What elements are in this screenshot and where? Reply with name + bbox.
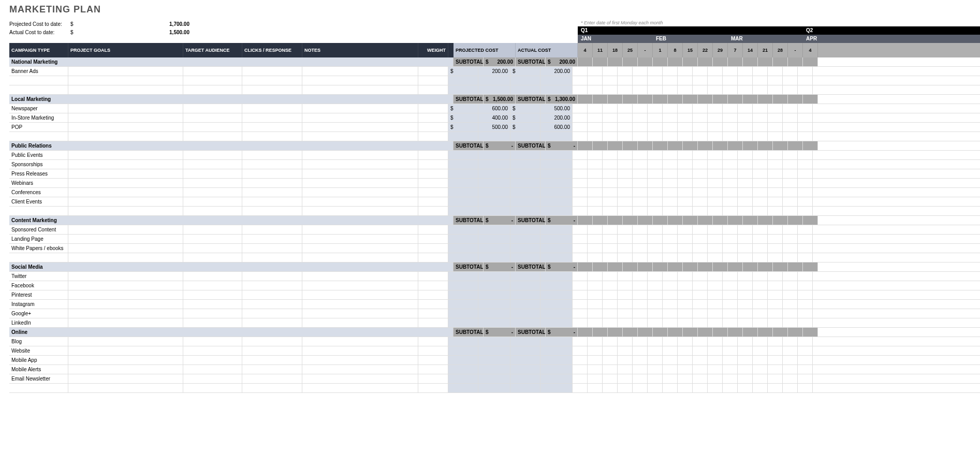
date-cell[interactable] [653,216,668,225]
weight-cell[interactable] [418,235,448,243]
date-cell[interactable] [578,328,593,337]
projected-cost-value-cell[interactable] [478,253,510,262]
date-cell[interactable] [743,328,758,337]
actual-cost-curr-cell[interactable] [510,197,540,206]
project-goals-cell[interactable] [68,337,183,346]
date-cell[interactable] [693,67,708,76]
notes-cell[interactable] [302,188,418,197]
projected-cost-value-cell[interactable] [478,179,510,187]
date-cell[interactable] [668,262,683,271]
date-cell[interactable] [588,67,603,76]
date-cell[interactable] [633,188,648,197]
date-cell[interactable] [723,76,738,85]
date-cell[interactable] [648,281,663,290]
campaign-name-cell[interactable] [9,85,68,94]
date-cell[interactable] [758,141,773,150]
projected-cost-value-cell[interactable] [478,281,510,290]
date-cell[interactable] [693,318,708,327]
clicks-response-cell[interactable] [242,300,302,309]
date-cell[interactable] [783,169,798,178]
date-cell[interactable] [788,141,803,150]
date-cell[interactable] [768,309,783,318]
date-cell[interactable] [753,384,768,392]
date-cell[interactable] [618,272,633,281]
date-cell[interactable] [678,318,693,327]
target-audience-cell[interactable] [183,123,242,132]
date-cell[interactable] [588,244,603,253]
date-cell[interactable] [663,318,678,327]
date-cell[interactable] [738,384,753,392]
actual-cost-value-cell[interactable] [540,132,573,141]
date-cell[interactable] [588,374,603,383]
date-cell[interactable] [603,160,618,169]
project-goals-cell[interactable] [68,132,183,141]
date-cell[interactable] [798,225,813,234]
weight-cell[interactable] [418,197,448,206]
clicks-response-cell[interactable] [242,160,302,169]
date-cell[interactable] [633,67,648,76]
date-cell[interactable] [663,188,678,197]
notes-cell[interactable] [302,374,418,383]
target-audience-cell[interactable] [183,179,242,187]
date-cell[interactable] [573,207,588,215]
actual-cost-value-cell[interactable] [540,318,573,327]
date-cell[interactable] [633,309,648,318]
actual-cost-value-cell[interactable] [540,300,573,309]
date-cell[interactable] [633,346,648,355]
clicks-response-cell[interactable] [242,225,302,234]
date-cell[interactable] [608,216,623,225]
date-cell[interactable] [573,113,588,122]
date-cell[interactable] [573,85,588,94]
date-cell[interactable] [723,160,738,169]
projected-cost-value-cell[interactable] [478,309,510,318]
date-cell[interactable] [743,216,758,225]
target-audience-cell[interactable] [183,188,242,197]
date-cell[interactable] [633,179,648,187]
date-cell[interactable] [663,290,678,299]
date-cell[interactable] [663,300,678,309]
date-cell[interactable] [633,318,648,327]
clicks-response-cell[interactable] [242,207,302,215]
date-cell[interactable] [603,318,618,327]
clicks-response-cell[interactable] [242,132,302,141]
project-goals-cell[interactable] [68,225,183,234]
actual-cost-value-cell[interactable] [540,207,573,215]
date-cell[interactable] [588,132,603,141]
date-cell[interactable] [723,244,738,253]
actual-cost-value-cell[interactable]: 600.00 [540,123,573,132]
date-cell[interactable] [573,356,588,364]
target-audience-cell[interactable] [183,253,242,262]
target-audience-cell[interactable] [183,281,242,290]
date-cell[interactable] [663,169,678,178]
date-cell[interactable] [678,225,693,234]
date-cell[interactable] [608,262,623,271]
date-cell[interactable] [788,262,803,271]
date-cell[interactable] [753,225,768,234]
project-goals-cell[interactable] [68,160,183,169]
project-goals-cell[interactable] [68,207,183,215]
date-cell[interactable] [798,374,813,383]
date-cell[interactable] [588,151,603,159]
clicks-response-cell[interactable] [242,290,302,299]
notes-cell[interactable] [302,318,418,327]
notes-cell[interactable] [302,67,418,76]
actual-cost-curr-cell[interactable] [510,337,540,346]
clicks-response-cell[interactable] [242,85,302,94]
date-cell[interactable] [798,76,813,85]
date-cell[interactable] [618,76,633,85]
projected-cost-curr-cell[interactable] [448,281,478,290]
actual-cost-curr-cell[interactable] [510,346,540,355]
date-cell[interactable] [723,197,738,206]
date-cell[interactable] [663,337,678,346]
campaign-name-cell[interactable] [9,207,68,215]
date-cell[interactable] [708,290,723,299]
notes-cell[interactable] [302,300,418,309]
date-cell[interactable] [683,141,698,150]
weight-cell[interactable] [418,244,448,253]
date-cell[interactable] [693,235,708,243]
date-cell[interactable] [698,328,713,337]
project-goals-cell[interactable] [68,300,183,309]
actual-cost-value-cell[interactable] [540,225,573,234]
date-cell[interactable] [573,188,588,197]
date-cell[interactable] [603,207,618,215]
